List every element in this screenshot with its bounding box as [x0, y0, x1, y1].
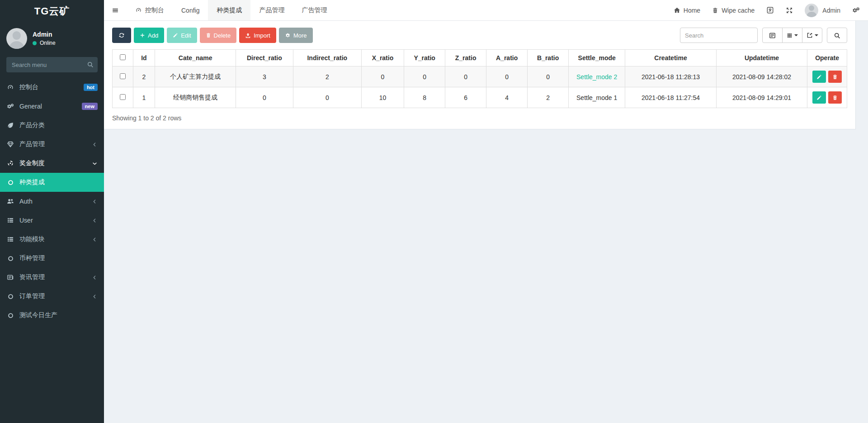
chevron-left-icon: [92, 218, 98, 223]
sidebar-item-order-management[interactable]: 订单管理: [0, 287, 104, 306]
cell-x-ratio: 10: [361, 87, 404, 108]
import-button-label: Import: [254, 32, 270, 39]
app-root: TG云矿 Admin Online 控制台: [0, 0, 868, 423]
home-icon: [674, 7, 680, 14]
wipe-cache-link[interactable]: Wipe cache: [712, 7, 755, 14]
edit-button-label: Edit: [181, 32, 191, 39]
sidebar-search-input[interactable]: [6, 57, 98, 72]
cell-indirect-ratio: 2: [293, 67, 361, 87]
row-checkbox[interactable]: [120, 73, 126, 79]
cell-updatetime: 2021-08-09 14:29:01: [716, 87, 807, 108]
circle-icon: [6, 312, 14, 319]
home-link[interactable]: Home: [674, 7, 700, 14]
col-header-settle-mode: Settle_mode: [569, 50, 625, 67]
table-search-input[interactable]: [680, 28, 758, 43]
refresh-button[interactable]: [112, 28, 131, 43]
tab-category-commission[interactable]: 种类提成: [208, 0, 250, 20]
sidebar-item-label: 产品管理: [19, 140, 45, 148]
menu-toggle-button[interactable]: [104, 0, 127, 20]
sidebar-item-product-management[interactable]: 产品管理: [0, 135, 104, 154]
col-header-updatetime: Updatetime: [716, 50, 807, 67]
sidebar-item-currency-management[interactable]: 币种管理: [0, 249, 104, 268]
refresh-icon: [118, 32, 125, 38]
circle-icon: [6, 179, 14, 186]
sidebar-item-label: Auth: [19, 198, 33, 205]
more-button[interactable]: More: [279, 28, 313, 43]
sidebar-item-product-category[interactable]: 产品分类: [0, 116, 104, 135]
sidebar-item-label: 控制台: [19, 83, 38, 91]
avatar: [6, 28, 27, 49]
sidebar-item-label: 奖金制度: [19, 159, 45, 167]
cell-y-ratio: 8: [404, 87, 445, 108]
cell-id: 1: [133, 87, 155, 108]
language-icon[interactable]: [766, 6, 774, 14]
detail-view-button[interactable]: [762, 28, 783, 43]
sidebar-item-label: 测试今日生产: [19, 311, 57, 319]
settings-cogs-icon[interactable]: [852, 6, 860, 14]
edit-row-button[interactable]: [812, 91, 826, 104]
edit-row-button[interactable]: [812, 71, 826, 83]
user-menu[interactable]: Admin: [805, 4, 840, 17]
online-dot-icon: [33, 41, 37, 45]
sidebar-item-general[interactable]: General new: [0, 97, 104, 116]
delete-row-button[interactable]: [828, 71, 842, 83]
search-toggle-button[interactable]: [827, 28, 847, 43]
cell-x-ratio: 0: [361, 67, 404, 87]
recycle-icon: [6, 160, 14, 167]
sidebar-item-dashboard[interactable]: 控制台 hot: [0, 78, 104, 97]
cell-operate: [807, 87, 847, 108]
cell-cate-name: 经销商销售提成: [155, 87, 236, 108]
col-header-operate: Operate: [807, 50, 847, 67]
settle-mode-link[interactable]: Settle_mode 2: [576, 73, 617, 81]
main-area: 控制台 Config 种类提成 产品管理 广告管理: [104, 0, 868, 423]
pencil-icon: [173, 33, 178, 38]
delete-row-button[interactable]: [828, 91, 842, 104]
sidebar-item-label: 币种管理: [19, 254, 45, 262]
user-menu-label: Admin: [822, 7, 840, 14]
sidebar-item-label: User: [19, 217, 33, 224]
sidebar-item-category-commission[interactable]: 种类提成: [0, 173, 104, 192]
edit-button[interactable]: Edit: [167, 28, 197, 43]
import-button[interactable]: Import: [239, 28, 276, 43]
sidebar-item-user[interactable]: User: [0, 211, 104, 230]
select-all-checkbox[interactable]: [120, 54, 126, 60]
sidebar-item-test-today-production[interactable]: 测试今日生产: [0, 306, 104, 325]
topbar: 控制台 Config 种类提成 产品管理 广告管理: [104, 0, 868, 21]
table-header-row: Id Cate_name Direct_ratio Indirect_ratio…: [113, 50, 847, 67]
sidebar-search: [6, 57, 98, 72]
cell-cate-name: 个人矿主算力提成: [155, 67, 236, 87]
app-logo: TG云矿: [0, 0, 104, 23]
tab-config[interactable]: Config: [173, 0, 208, 20]
col-header-y-ratio: Y_ratio: [404, 50, 445, 67]
export-dropdown-button[interactable]: [802, 28, 822, 43]
cell-direct-ratio: 0: [236, 87, 293, 108]
columns-dropdown-button[interactable]: [782, 28, 802, 43]
col-header-createtime: Createtime: [625, 50, 717, 67]
cell-direct-ratio: 3: [236, 67, 293, 87]
data-table: Id Cate_name Direct_ratio Indirect_ratio…: [112, 49, 847, 108]
sidebar-item-label: 订单管理: [19, 292, 45, 300]
add-button[interactable]: Add: [134, 28, 164, 43]
sidebar-item-function-module[interactable]: 功能模块: [0, 230, 104, 249]
view-button-group: [762, 28, 822, 43]
chevron-down-icon: [92, 161, 98, 166]
sidebar-item-auth[interactable]: Auth: [0, 192, 104, 211]
row-checkbox[interactable]: [120, 94, 126, 100]
tab-dashboard[interactable]: 控制台: [127, 0, 173, 20]
dashboard-icon: [135, 7, 142, 14]
sidebar-item-label: General: [19, 103, 42, 110]
users-icon: [6, 198, 14, 205]
chevron-left-icon: [92, 199, 98, 204]
table-row: 2 个人矿主算力提成 3 2 0 0 0 0 0 Settle_mode 2 2…: [113, 67, 847, 87]
search-icon[interactable]: [87, 61, 94, 68]
cell-b-ratio: 2: [528, 87, 569, 108]
sidebar-item-news-management[interactable]: 资讯管理: [0, 268, 104, 287]
tab-ad-management[interactable]: 广告管理: [293, 0, 335, 20]
delete-button[interactable]: Delete: [200, 28, 237, 43]
tab-label: 控制台: [145, 6, 164, 14]
tab-label: Config: [181, 7, 199, 14]
circle-icon: [6, 293, 14, 300]
sidebar-item-bonus-system[interactable]: 奖金制度: [0, 154, 104, 173]
fullscreen-icon[interactable]: [786, 7, 793, 14]
tab-product-management[interactable]: 产品管理: [250, 0, 293, 20]
